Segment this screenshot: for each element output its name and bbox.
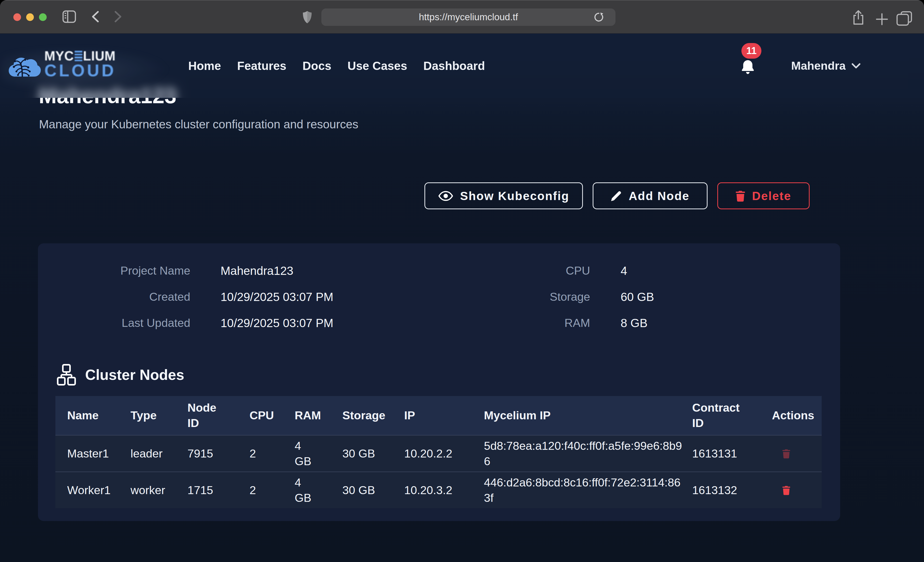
- show-kubeconfig-button[interactable]: Show Kubeconfig: [424, 182, 583, 209]
- chevron-down-icon: [851, 63, 861, 69]
- cell-mycelium-ip: 446:d2a6:8bcd:8c16:ff0f:72e2:3114:863f: [484, 475, 692, 506]
- webpage: Mahendra123 Manage your Kubernetes clust…: [0, 34, 924, 562]
- field-value: 10/29/2025 03:07 PM: [220, 316, 333, 330]
- browser-toolbar: https://myceliumcloud.tf: [0, 0, 924, 34]
- zoom-window-button[interactable]: [39, 13, 46, 21]
- nav-dashboard[interactable]: Dashboard: [423, 60, 485, 72]
- nav-docs[interactable]: Docs: [303, 60, 332, 72]
- nav-home[interactable]: Home: [188, 60, 221, 72]
- delete-node-button[interactable]: [772, 485, 822, 496]
- page-subtitle: Manage your Kubernetes cluster configura…: [39, 117, 358, 131]
- close-window-button[interactable]: [14, 13, 21, 21]
- add-node-button[interactable]: Add Node: [592, 182, 708, 209]
- field-label: Storage: [550, 290, 590, 303]
- tab-overview-icon[interactable]: [896, 11, 913, 26]
- field-label: CPU: [566, 264, 590, 277]
- col-node-id: Node ID: [188, 400, 249, 431]
- share-icon[interactable]: [851, 9, 865, 25]
- minimize-window-button[interactable]: [26, 13, 34, 21]
- cell-ip: 10.20.3.2: [404, 483, 484, 498]
- nodes-section-title: Cluster Nodes: [85, 366, 184, 383]
- cluster-page: Mahendra123 Manage your Kubernetes clust…: [0, 34, 924, 562]
- cell-name: Worker1: [67, 483, 130, 498]
- privacy-shield-icon[interactable]: [302, 10, 312, 24]
- col-type: Type: [130, 408, 188, 423]
- cell-cpu: 2: [249, 483, 295, 498]
- nav-use-cases[interactable]: Use Cases: [348, 60, 407, 72]
- cell-storage: 30 GB: [342, 446, 404, 461]
- delete-node-button[interactable]: [772, 448, 822, 459]
- page-title-ghost: Mahendra123: [39, 82, 177, 98]
- col-ip: IP: [404, 408, 484, 423]
- table-header-row: Name Type Node ID CPU RAM Storage IP Myc…: [56, 396, 822, 435]
- cell-type: worker: [130, 483, 188, 498]
- cell-cpu: 2: [249, 446, 295, 461]
- logo-e-bars-icon: [75, 51, 82, 61]
- field-value: Mahendra123: [220, 264, 293, 278]
- pencil-icon: [610, 190, 622, 202]
- url-text: https://myceliumcloud.tf: [321, 9, 615, 26]
- main-nav: Home Features Docs Use Cases Dashboard: [188, 34, 485, 98]
- cell-mycelium-ip: 5d8:78ea:a120:f40c:ff0f:a5fe:99e6:8b96: [484, 438, 692, 469]
- cell-name: Master1: [67, 446, 130, 461]
- table-row: Master1 leader 7915 2 4 GB 30 GB 10.20.2…: [56, 435, 822, 472]
- cell-node-id: 7915: [188, 446, 249, 461]
- brand-line1: MYCLIUM: [44, 50, 121, 62]
- cell-node-id: 1715: [188, 483, 249, 498]
- site-header: Mahendra123: [0, 34, 924, 98]
- trash-icon: [782, 485, 790, 496]
- field-label: Last Updated: [122, 316, 190, 330]
- brand-logo-icon[interactable]: [8, 54, 41, 77]
- trash-icon: [782, 448, 790, 459]
- address-bar[interactable]: https://myceliumcloud.tf: [321, 9, 615, 26]
- user-menu[interactable]: Mahendra: [791, 34, 861, 98]
- field-value: 4: [621, 264, 627, 278]
- table-row: Worker1 worker 1715 2 4 GB 30 GB 10.20.3…: [56, 472, 822, 508]
- col-storage: Storage: [342, 408, 404, 423]
- notifications-bell-icon[interactable]: [741, 60, 755, 75]
- browser-window: https://myceliumcloud.tf: [0, 0, 924, 562]
- new-tab-icon[interactable]: [876, 13, 888, 25]
- reload-icon[interactable]: [594, 12, 604, 22]
- cell-ram: 4 GB: [295, 475, 342, 506]
- col-contract-id: Contract ID: [692, 400, 772, 431]
- cell-ip: 10.20.2.2: [404, 446, 484, 461]
- cell-type: leader: [130, 446, 188, 461]
- col-mycelium-ip: Mycelium IP: [484, 408, 692, 423]
- col-ram: RAM: [295, 408, 342, 423]
- cell-storage: 30 GB: [342, 483, 404, 498]
- cell-contract-id: 1613131: [692, 446, 772, 461]
- delete-cluster-button[interactable]: Delete: [717, 182, 810, 209]
- field-value: 8 GB: [621, 316, 648, 330]
- user-name: Mahendra: [791, 59, 846, 72]
- actions-row: Show Kubeconfig Add Node Delete: [0, 182, 924, 209]
- brand-wordmark[interactable]: MYCLIUM CLOUD: [44, 50, 121, 78]
- brand-line2: CLOUD: [44, 63, 121, 78]
- notification-badge: 11: [741, 43, 761, 59]
- nav-features[interactable]: Features: [237, 60, 286, 72]
- col-cpu: CPU: [249, 408, 295, 423]
- col-actions: Actions: [772, 408, 822, 423]
- back-icon[interactable]: [90, 11, 100, 22]
- field-label: Created: [149, 290, 190, 303]
- trash-icon: [735, 190, 745, 202]
- col-name: Name: [67, 408, 130, 423]
- cell-ram: 4 GB: [295, 438, 342, 469]
- field-value: 60 GB: [621, 290, 654, 304]
- sidebar-toggle-icon[interactable]: [62, 10, 76, 23]
- nodes-table: Name Type Node ID CPU RAM Storage IP Myc…: [56, 396, 822, 508]
- forward-icon[interactable]: [113, 11, 123, 22]
- cluster-details-card: Project Name Mahendra123 Created 10/29/2…: [38, 243, 840, 521]
- field-label: Project Name: [120, 264, 190, 277]
- field-value: 10/29/2025 03:07 PM: [220, 290, 333, 304]
- eye-icon: [438, 191, 453, 201]
- field-label: RAM: [564, 316, 590, 330]
- cell-contract-id: 1613132: [692, 483, 772, 498]
- network-nodes-icon: [57, 364, 76, 386]
